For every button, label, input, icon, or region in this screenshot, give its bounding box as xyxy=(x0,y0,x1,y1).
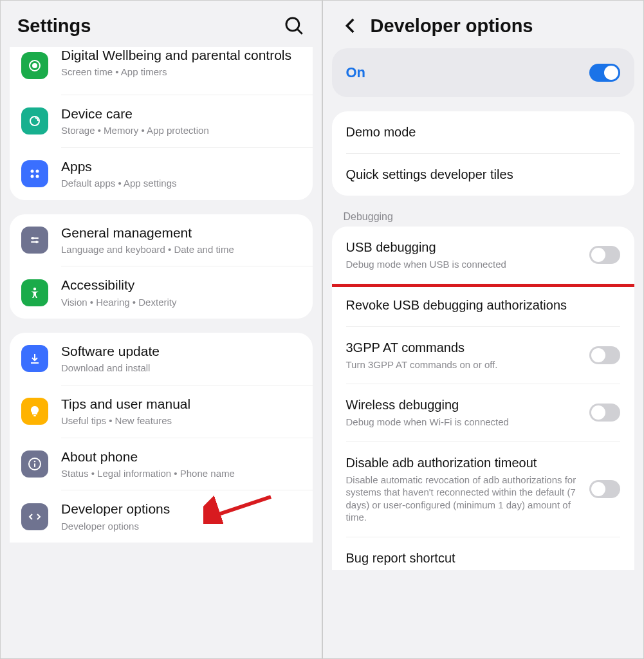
dev-header: Developer options xyxy=(323,1,644,48)
svg-point-7 xyxy=(31,175,34,178)
section-label-debugging: Debugging xyxy=(323,206,644,227)
dev-item-3gpp[interactable]: 3GPP AT commands Turn 3GPP AT commands o… xyxy=(332,327,635,384)
highlight-usb-debugging: USB debugging Debug mode when USB is con… xyxy=(332,227,635,287)
dev-group: Demo mode Quick settings developer tiles xyxy=(332,111,635,196)
settings-item-accessibility[interactable]: Accessibility Vision • Hearing • Dexteri… xyxy=(10,266,313,319)
item-sub: Status • Legal information • Phone name xyxy=(61,467,301,480)
apps-icon xyxy=(21,160,48,187)
item-sub: Debug mode when Wi-Fi is connected xyxy=(346,416,582,429)
3gpp-toggle[interactable] xyxy=(589,346,620,364)
item-title: Revoke USB debugging authorizations xyxy=(346,297,621,313)
item-title: Quick settings developer tiles xyxy=(346,167,621,183)
dev-item-revoke[interactable]: Revoke USB debugging authorizations xyxy=(332,284,635,326)
item-title: About phone xyxy=(61,449,301,465)
settings-header: Settings xyxy=(1,1,322,48)
adbto-toggle[interactable] xyxy=(589,480,620,498)
settings-item-apps[interactable]: Apps Default apps • App settings xyxy=(10,148,313,200)
settings-group: General management Language and keyboard… xyxy=(10,214,313,319)
item-title: Device care xyxy=(61,106,301,122)
dev-item-qstiles[interactable]: Quick settings developer tiles xyxy=(332,154,635,196)
search-icon xyxy=(283,15,305,37)
settings-item-about[interactable]: About phone Status • Legal information •… xyxy=(10,438,313,490)
svg-rect-14 xyxy=(33,415,36,416)
devicecare-icon xyxy=(21,107,48,135)
dev-item-bugreport[interactable]: Bug report shortcut xyxy=(332,537,635,570)
software-icon xyxy=(21,345,48,372)
item-sub: Storage • Memory • App protection xyxy=(61,124,301,137)
dev-group-debugging: USB debugging Debug mode when USB is con… xyxy=(332,227,635,570)
svg-point-8 xyxy=(36,175,39,178)
item-sub: Download and install xyxy=(61,362,301,375)
item-sub: Screen time • App timers xyxy=(61,66,301,79)
usb-debugging-toggle[interactable] xyxy=(589,246,620,264)
svg-point-11 xyxy=(32,237,34,239)
item-title: Tips and user manual xyxy=(61,396,301,413)
item-title: Apps xyxy=(61,158,301,175)
wireless-toggle[interactable] xyxy=(589,404,620,422)
developer-icon xyxy=(21,503,48,530)
master-toggle-label: On xyxy=(346,64,590,81)
svg-point-6 xyxy=(36,170,39,173)
svg-point-3 xyxy=(33,64,37,68)
master-toggle[interactable] xyxy=(589,64,620,82)
item-sub: Turn 3GPP AT commands on or off. xyxy=(346,358,582,371)
settings-panel: Settings Digital Wellbeing and parental … xyxy=(1,1,323,658)
item-title: Wireless debugging xyxy=(346,397,582,413)
developer-options-panel: Developer options On Demo mode Quick set… xyxy=(323,1,644,658)
svg-rect-17 xyxy=(34,463,35,467)
master-toggle-row[interactable]: On xyxy=(332,48,635,97)
general-icon xyxy=(21,227,48,254)
settings-item-general[interactable]: General management Language and keyboard… xyxy=(10,214,313,266)
settings-group: Software update Download and install Tip… xyxy=(10,333,313,543)
svg-point-16 xyxy=(34,461,36,463)
item-title: Disable adb authorization timeout xyxy=(346,455,582,471)
dev-item-demo[interactable]: Demo mode xyxy=(332,111,635,153)
accessibility-icon xyxy=(21,279,48,306)
item-title: Developer options xyxy=(61,501,301,517)
tips-icon xyxy=(21,398,48,425)
settings-group: Digital Wellbeing and parental controls … xyxy=(10,47,313,200)
item-sub: Default apps • App settings xyxy=(61,177,301,190)
item-sub: Disable automatic revocation of adb auth… xyxy=(346,474,582,524)
item-title: USB debugging xyxy=(346,239,582,255)
dev-item-wireless[interactable]: Wireless debugging Debug mode when Wi-Fi… xyxy=(332,384,635,441)
settings-item-devicecare[interactable]: Device care Storage • Memory • App prote… xyxy=(10,95,313,147)
about-icon xyxy=(21,450,48,478)
settings-item-developer[interactable]: Developer options Developer options xyxy=(10,490,313,543)
item-sub: Language and keyboard • Date and time xyxy=(61,243,301,256)
page-title: Settings xyxy=(17,15,283,37)
dev-item-usb[interactable]: USB debugging Debug mode when USB is con… xyxy=(332,227,635,284)
item-title: 3GPP AT commands xyxy=(346,340,582,356)
dev-item-adbto[interactable]: Disable adb authorization timeout Disabl… xyxy=(332,442,635,537)
svg-point-13 xyxy=(33,287,36,290)
chevron-left-icon xyxy=(340,15,362,37)
settings-item-tips[interactable]: Tips and user manual Useful tips • New f… xyxy=(10,385,313,438)
svg-point-5 xyxy=(31,170,34,173)
wellbeing-icon xyxy=(21,52,48,79)
svg-point-0 xyxy=(286,18,299,31)
svg-point-12 xyxy=(35,241,38,243)
item-sub: Debug mode when USB is connected xyxy=(346,258,582,271)
item-title: General management xyxy=(61,225,301,241)
item-title: Digital Wellbeing and parental controls xyxy=(61,47,301,64)
back-button[interactable] xyxy=(340,15,362,37)
item-title: Bug report shortcut xyxy=(346,550,621,566)
search-button[interactable] xyxy=(283,15,305,37)
settings-item-software[interactable]: Software update Download and install xyxy=(10,333,313,385)
item-sub: Useful tips • New features xyxy=(61,414,301,427)
settings-item-wellbeing[interactable]: Digital Wellbeing and parental controls … xyxy=(10,47,313,95)
item-title: Software update xyxy=(61,343,301,360)
item-sub: Vision • Hearing • Dexterity xyxy=(61,296,301,309)
svg-line-1 xyxy=(297,30,302,34)
item-sub: Developer options xyxy=(61,520,301,533)
page-title: Developer options xyxy=(371,15,627,37)
item-title: Accessibility xyxy=(61,277,301,293)
item-title: Demo mode xyxy=(346,124,621,140)
